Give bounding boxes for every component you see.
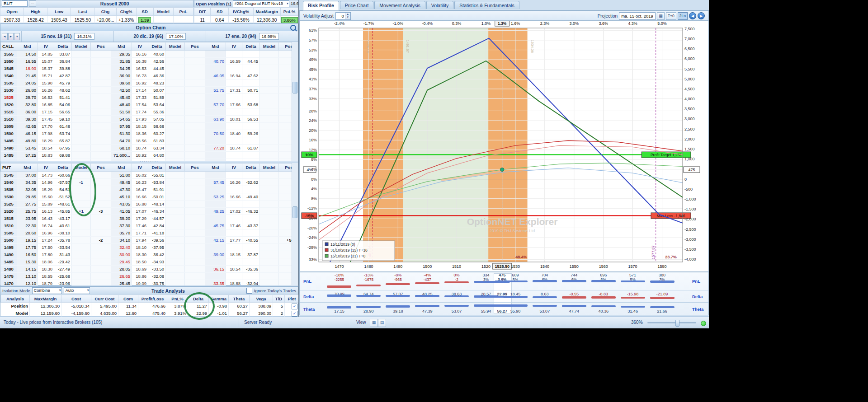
tab-statistics-fundamentals[interactable]: Statistics & Fundamentals — [454, 1, 519, 9]
svg-text:37%: 37% — [309, 87, 317, 91]
option-row[interactable]: 154537.0014.73-60.6651.8016.02-55.81 — [1, 172, 298, 179]
option-row[interactable]: 151536.0017.1556.6551.5017.7455.36 — [1, 108, 298, 116]
column-header: PnL — [173, 8, 193, 16]
svg-text:3,500: 3,500 — [684, 107, 695, 111]
svg-text:4.3%: 4.3% — [628, 21, 637, 26]
expiry-tab[interactable]: 17 ene. 20 (94)16.98% — [206, 31, 298, 42]
option-row[interactable]: 152529.7016.5251.4145.4017.3351.89 — [1, 94, 298, 101]
svg-text:-24%: -24% — [307, 235, 317, 240]
column-header: MaxMargin — [253, 8, 280, 16]
value-cell: 1505.43 — [47, 16, 71, 24]
view-grid-icon[interactable]: ▦ — [370, 319, 378, 327]
stats-column: -4%-437 — [414, 273, 440, 290]
option-row[interactable]: 153532.0515.29-54.5147.3016.47-51.91 — [1, 186, 298, 193]
option-row[interactable]: 148061.1519.1271.7375.2019.1366.2184.101… — [1, 159, 298, 161]
option-row[interactable]: 150542.6517.7061.4857.9518.1558.68 — [1, 123, 298, 130]
option-row[interactable]: 152032.8016.8554.0648.4017.5453.6457.701… — [1, 101, 298, 108]
option-row[interactable]: 147513.1018.55-25.6826.6518.86-32.08 — [1, 273, 298, 280]
search-icon[interactable] — [290, 25, 296, 31]
plot-checkbox[interactable] — [292, 304, 297, 309]
option-row[interactable]: 153524.0515.9845.7939.6016.9248.23 — [1, 79, 298, 87]
option-row[interactable]: 149016.5017.80-31.4330.9018.30-36.4239.0… — [1, 251, 298, 258]
isolation-auto-select[interactable]: Auto — [64, 287, 90, 294]
option-row[interactable]: 150046.1517.9863.7461.3018.3660.2770.501… — [1, 130, 298, 137]
call-scrollbar-thumb[interactable] — [292, 82, 297, 93]
svg-text:2,000: 2,000 — [684, 137, 695, 141]
option-row[interactable]: 150019.1517.24-35.78-234.1017.94-39.5642… — [1, 237, 298, 244]
column-header: High — [24, 8, 47, 16]
stats-column: -0.55 — [561, 290, 587, 303]
svg-text:31/10/2019 (15) T+16: 31/10/2019 (15) T+16 — [330, 248, 368, 252]
svg-text:7,500: 7,500 — [684, 27, 695, 31]
calendar-icon[interactable]: ▦ — [657, 12, 665, 20]
expiry-tab[interactable]: 15 nov. 19 (31)16.21% — [21, 31, 113, 42]
svg-text:41%: 41% — [309, 77, 317, 81]
zoom-level: 360% — [631, 320, 643, 325]
step-forward-button[interactable]: ▶ — [698, 12, 705, 19]
option-row[interactable]: 151523.9516.43-43.1739.2017.29-44.57 — [1, 215, 298, 222]
option-row[interactable]: 154518.9015.3739.8834.2516.5344.45 — [1, 65, 298, 72]
ignore-todays-trades-checkbox[interactable] — [246, 288, 252, 294]
t0-toggle-button[interactable]: T+0 — [666, 12, 676, 20]
call-scrollbar[interactable] — [292, 42, 298, 161]
svg-text:-33%: -33% — [307, 257, 317, 262]
symbol-menu-button[interactable]: … — [29, 0, 36, 7]
two-lines-toggle-button[interactable]: 2Ln — [678, 12, 688, 20]
analysis-row[interactable]: Model12,159.60-4,159.604,635.0012.60475.… — [1, 310, 299, 317]
option-row[interactable]: 149053.4518.5467.9568.1018.7463.3477.201… — [1, 145, 298, 152]
plot-checkbox[interactable] — [292, 311, 297, 317]
expiry-tab[interactable]: 20 dic. 19 (66)17.10% — [113, 31, 206, 42]
option-row[interactable]: 148557.2518.8369.8871.600...18.9264.80 — [1, 152, 298, 159]
risk-profile-chart[interactable]: 1478.131491.671534.061481.261577.8710%Pr… — [300, 21, 708, 271]
option-row[interactable]: 147012.1018.79-23.9625.4519.09-30.7533.3… — [1, 280, 298, 286]
optionnet-explorer-window: RUT … Russell 2000 OpenHighLowLastChgChg… — [0, 0, 709, 328]
option-row[interactable]: 149549.8018.2965.8764.7018.5661.83 — [1, 137, 298, 145]
option-row[interactable]: 149517.7517.50-33.5432.4018.10-37.95 — [1, 244, 298, 251]
isolation-mode-select[interactable]: Combine — [32, 287, 62, 294]
volatility-adjust-value[interactable]: 0 — [336, 14, 345, 19]
option-row[interactable]: 151039.3017.4559.1054.6517.9357.0563.901… — [1, 116, 298, 123]
svg-text:1491.67: 1491.67 — [406, 40, 410, 53]
option-row[interactable]: 155016.5515.0736.8431.8516.3842.5640.701… — [1, 58, 298, 65]
put-table: PUTMidIVDeltaModelPosMidIVDeltaModelPosM… — [0, 163, 298, 285]
open-position-value-row: 110.64-15.56%12,306.303.86% — [194, 16, 298, 24]
stepper-down-icon[interactable]: ▼ — [345, 16, 350, 19]
symbol-input[interactable]: RUT — [2, 0, 28, 7]
expiry-dropdown-button[interactable]: ▾ — [14, 33, 20, 40]
tab-movement-analysis[interactable]: Movement Analysis — [374, 1, 425, 9]
put-scrollbar[interactable] — [292, 163, 298, 285]
svg-text:2.3%: 2.3% — [540, 21, 550, 26]
svg-text:-2.4%: -2.4% — [334, 21, 345, 26]
projection-date-input[interactable]: ma. 15 oct. 2019 — [619, 12, 656, 20]
option-row[interactable]: 152025.7516.13-45.85+1-341.0517.07-46.34… — [1, 208, 298, 215]
svg-text:-2,500: -2,500 — [684, 227, 696, 232]
option-row[interactable]: 151022.3016.74-40.6137.3017.46-42.8445.7… — [1, 222, 298, 229]
option-row[interactable]: 150520.6016.96-38.1035.7017.71-41.18 — [1, 229, 298, 237]
tab-volatility[interactable]: Volatility — [426, 1, 454, 9]
stepper-up-icon[interactable]: ▲ — [345, 13, 350, 16]
option-row[interactable]: 148515.3018.06-29.4229.4518.50-34.93 — [1, 258, 298, 266]
option-row[interactable]: 153026.8016.2648.6242.5017.1450.0751.751… — [1, 87, 298, 94]
volatility-adjust-stepper[interactable]: 0 ▲▼ — [335, 12, 351, 20]
call-table-wrap: CALLMidIVDeltaModelPosMidIVDeltaModelPos… — [0, 42, 298, 161]
stats-column: 48.25 — [414, 290, 440, 303]
put-scrollbar-thumb[interactable] — [292, 206, 297, 218]
view-chart-icon[interactable]: ▤ — [378, 319, 386, 327]
option-row[interactable]: 148014.1518.30-27.4928.0518.69-33.5036.1… — [1, 266, 298, 273]
option-row[interactable]: 154021.4515.7142.8736.9016.7346.3646.051… — [1, 72, 298, 79]
option-row[interactable]: 153029.8515.60-51.5245.1016.66-50.0153.2… — [1, 193, 298, 201]
expiry-prev-button[interactable]: ◄ — [2, 33, 8, 40]
step-back-button[interactable]: ◀ — [689, 12, 696, 19]
option-row[interactable]: 154034.3514.96-57.57-149.4516.23-53.8457… — [1, 179, 298, 186]
tab-risk-profile[interactable]: Risk Profile — [303, 1, 339, 10]
zoom-slider-thumb[interactable] — [675, 320, 679, 327]
option-row[interactable]: 155514.5014.8533.8729.3516.1640.60 — [1, 51, 298, 58]
position-selector[interactable]: #204 Diagonal RUT Nov19 — [233, 0, 289, 7]
chart-controls: Volatility Adjust 0 ▲▼ Projection ma. 15… — [299, 10, 709, 21]
zoom-slider[interactable] — [647, 322, 696, 323]
stepper-arrows[interactable]: ▲▼ — [345, 13, 350, 19]
analysis-row[interactable]: Position12,306.30-5,018.345,495.0011.344… — [1, 303, 299, 310]
tab-price-chart[interactable]: Price Chart — [340, 1, 374, 9]
expiry-next-button[interactable]: ► — [8, 33, 14, 40]
option-row[interactable]: 152527.7515.89-48.6143.0516.88-48.14 — [1, 201, 298, 208]
